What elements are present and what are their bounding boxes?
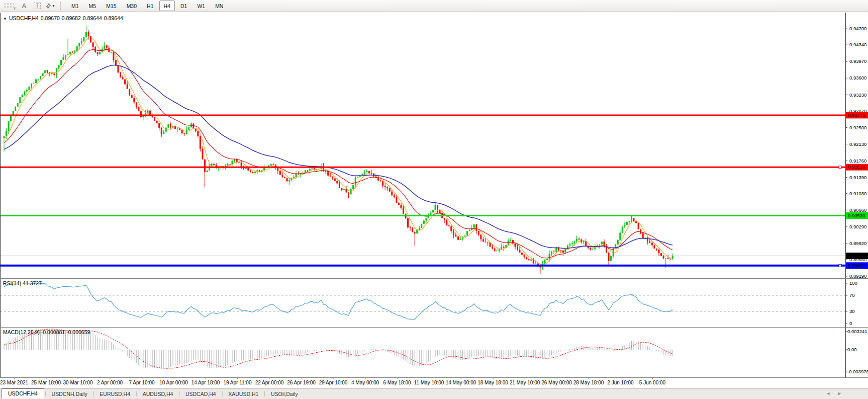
main-chart-canvas[interactable]: 0.947000.943400.939700.936000.932300.928…: [0, 13, 868, 279]
timeframe-button-m1[interactable]: M1: [67, 1, 83, 11]
rsi-tick-label: 70: [849, 292, 855, 298]
tab-scroll-left-icon[interactable]: ◄: [826, 391, 837, 396]
chart-tab-usdcnh-daily[interactable]: USDCNH,Daily: [47, 389, 92, 398]
time-axis-label: 26 May 00:00: [541, 380, 572, 385]
price-badge-label: 0.89644: [848, 253, 865, 259]
tab-separator: |: [45, 391, 46, 396]
price-tick-label: 0.91030: [849, 191, 866, 196]
rsi-tick-label: 0: [849, 321, 852, 326]
price-tick-label: 0.90660: [849, 207, 866, 213]
rsi-tick-label: 100: [849, 280, 857, 286]
price-tick-label: 0.89920: [849, 241, 866, 246]
horizontal-lines-layer: [0, 115, 845, 267]
price-badge-label: 0.90539: [848, 213, 865, 218]
tab-separator: |: [178, 391, 180, 396]
timeframe-button-m30[interactable]: M30: [122, 1, 141, 11]
timeframe-button-w1[interactable]: W1: [192, 1, 210, 11]
time-axis-label: 6 May 18:00: [383, 380, 411, 385]
chart-tab-audusd-h4[interactable]: AUDUSD,H4: [138, 389, 178, 398]
time-axis-label: 18 May 18:00: [477, 380, 508, 385]
price-axis-layer[interactable]: 0.947000.943400.939700.936000.932300.928…: [845, 13, 868, 279]
price-tick-label: 0.89190: [849, 273, 866, 279]
macd-tick-label: 0.00: [847, 347, 857, 352]
time-axis-label: 2 Apr 00:00: [97, 380, 123, 385]
time-axis-label: 29 Apr 10:00: [319, 380, 348, 385]
chart-tab-xauusd-h1[interactable]: XAUUSD,H1: [223, 389, 263, 398]
arrange-objects-button[interactable]: ⇅ ▾: [45, 1, 56, 11]
price-badge-label: 0.89427: [848, 263, 865, 268]
timeframe-button-h1[interactable]: H1: [142, 1, 158, 11]
time-axis-label: 11 May 10:00: [414, 380, 444, 385]
price-tick-label: 0.92130: [849, 141, 866, 147]
candles-layer: [4, 26, 673, 274]
price-tick-label: 0.93970: [849, 58, 866, 64]
timeframe-button-h4[interactable]: H4: [159, 1, 175, 11]
chart-tab-usdchf-h4[interactable]: USDCHF,H4: [2, 388, 44, 398]
timeframe-button-m5[interactable]: M5: [84, 1, 101, 11]
rsi-indicator-label: RSI(14) 41.3727: [3, 280, 42, 286]
price-badge-label: 0.92775: [848, 112, 865, 118]
tab-separator: |: [136, 391, 137, 396]
price-tick-label: 0.91760: [849, 158, 866, 164]
chart-tab-eurusd-h4[interactable]: EURUSD,H4: [94, 389, 135, 398]
time-axis-label: 21 May 10:00: [510, 380, 540, 385]
ohlc-low: 0.89644: [83, 15, 102, 21]
symbol-label: USDCHF,H4: [9, 15, 39, 21]
price-tick-label: 0.94700: [849, 26, 866, 31]
cursor-arrows-icon: ⇅: [45, 2, 53, 10]
time-axis[interactable]: 23 Mar 202125 Mar 18:0030 Mar 10:002 Apr…: [0, 378, 868, 388]
toolbar-separator: [60, 2, 62, 10]
support-line-blue-handle[interactable]: [839, 264, 841, 267]
rsi-line: [4, 284, 672, 320]
rsi-panel-canvas[interactable]: 10070300: [0, 279, 868, 328]
timeframe-button-d1[interactable]: D1: [176, 1, 191, 11]
time-axis-label: 2 Jun 10:00: [607, 380, 633, 385]
time-axis-label: 30 Mar 10:00: [63, 380, 93, 385]
ohlc-close: 0.89644: [104, 15, 123, 21]
rsi-tick-label: 30: [849, 308, 855, 314]
timeframe-button-mn[interactable]: MN: [211, 1, 228, 11]
time-axis-label: 26 Apr 19:00: [287, 380, 316, 385]
chart-tab-usoil-daily[interactable]: USOil,Daily: [266, 389, 303, 398]
time-axis-label: 10 Apr 00:00: [159, 380, 188, 385]
time-axis-label: 28 May 18:00: [573, 380, 604, 385]
time-axis-label: 14 Apr 18:00: [191, 380, 220, 385]
timeframe-group: M1M5M15M30H1H4D1W1MN: [66, 1, 228, 11]
price-tick-label: 0.94340: [849, 42, 866, 47]
toolbar: F A T ⇅ ▾ M1M5M15M30H1H4D1W1MN: [0, 0, 868, 12]
tab-separator: |: [222, 391, 223, 396]
tab-separator: |: [93, 391, 94, 396]
time-axis-label: 7 Apr 10:00: [129, 380, 154, 385]
ma-mid-line: [4, 49, 672, 258]
grid-f-icon[interactable]: F: [4, 3, 15, 9]
time-axis-label: 23 Mar 2021: [0, 380, 28, 385]
timeframe-button-m15[interactable]: M15: [102, 1, 121, 11]
time-axis-label: 14 May 00:00: [446, 380, 476, 385]
time-axis-label: 4 May 00:00: [351, 380, 379, 385]
ma-fast-line: [4, 38, 672, 265]
price-tick-label: 0.90290: [849, 224, 866, 229]
chart-tab-usdcad-h4[interactable]: USDCAD,H4: [180, 389, 221, 398]
font-a-icon[interactable]: A: [19, 1, 30, 11]
moving-averages-layer: [4, 38, 672, 265]
time-axis-label: 22 Apr 00:00: [255, 380, 284, 385]
tab-separator: |: [264, 391, 265, 396]
text-label-tool-icon: T: [34, 3, 41, 9]
chart-tab-bar: USDCHF,H4|USDCNH,Daily|EURUSD,H4|AUDUSD,…: [0, 388, 868, 399]
ohlc-high: 0.89682: [62, 15, 81, 21]
text-label-tool-button[interactable]: T: [32, 1, 43, 11]
ohlc-open: 0.89670: [41, 15, 60, 21]
macd-panel-canvas[interactable]: 0.0032410.00-0.003976: [0, 328, 868, 378]
resistance-line-2-handle[interactable]: [839, 166, 841, 169]
tab-scroll-right-icon[interactable]: ►: [837, 391, 849, 396]
time-axis-label: 5 Jun 00:00: [639, 380, 665, 385]
chart-tabs: USDCHF,H4|USDCNH,Daily|EURUSD,H4|AUDUSD,…: [2, 389, 303, 398]
macd-tick-label: 0.003241: [847, 329, 867, 334]
symbol-dropdown-icon[interactable]: ▼: [3, 17, 7, 21]
time-axis-label: 19 Apr 11:00: [224, 380, 252, 385]
macd-histogram-layer: [4, 329, 672, 369]
price-tick-label: 0.91390: [849, 175, 866, 180]
dropdown-caret-icon: ▾: [53, 4, 55, 8]
chart-header[interactable]: ▼USDCHF,H40.896700.896820.896440.89644: [3, 15, 125, 21]
tab-scroll-arrows: ◄►: [826, 391, 849, 396]
